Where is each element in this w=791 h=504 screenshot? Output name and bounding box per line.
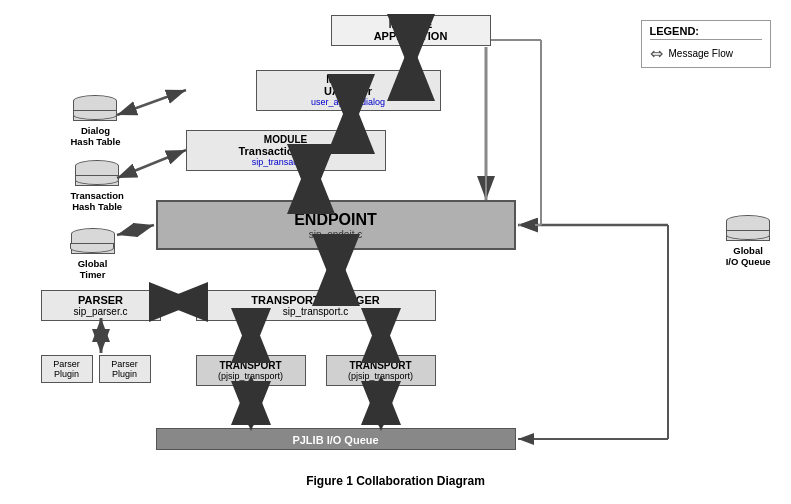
svg-line-18 bbox=[117, 225, 154, 235]
parser-label: PARSER bbox=[45, 294, 157, 306]
page: LEGEND: ⇔ Message Flow MODULE APPLICATIO… bbox=[0, 0, 791, 504]
parser-plugin-1: ParserPlugin bbox=[41, 355, 93, 383]
legend-message-flow-label: Message Flow bbox=[669, 48, 733, 59]
cyl-body bbox=[71, 234, 115, 254]
svg-line-16 bbox=[117, 90, 186, 115]
parser-plugin-2: ParserPlugin bbox=[99, 355, 151, 383]
ua-layer-name: UA Layer bbox=[263, 85, 434, 97]
dialog-hash-table-label: Dialog Hash Table bbox=[71, 125, 121, 147]
application-module-label: MODULE bbox=[338, 19, 484, 30]
cyl-bottom-arc bbox=[75, 175, 119, 185]
transport-2-label: TRANSPORT bbox=[331, 360, 431, 371]
global-timer-label: Global Timer bbox=[78, 258, 108, 280]
transport-1-label: TRANSPORT bbox=[201, 360, 301, 371]
application-module-name: APPLICATION bbox=[338, 30, 484, 42]
global-io-queue-cylinder: Global I/O Queue bbox=[726, 215, 771, 267]
transaction-hash-table-cylinder: Transaction Hash Table bbox=[71, 160, 124, 212]
figure-caption: Figure 1 Collaboration Diagram bbox=[10, 474, 781, 488]
global-timer-cylinder: Global Timer bbox=[71, 228, 115, 280]
transport-manager-box: TRANSPORT MANAGER sip_transport.c bbox=[196, 290, 436, 321]
transport-1-sub: (pjsip_transport) bbox=[201, 371, 301, 381]
pjlib-io-queue-bar: PJLIB I/O Queue bbox=[156, 428, 516, 450]
transport-box-1: TRANSPORT (pjsip_transport) bbox=[196, 355, 306, 386]
transaction-layer-name: Transaction Layer bbox=[193, 145, 379, 157]
cyl-body bbox=[726, 221, 770, 241]
diagram-area: LEGEND: ⇔ Message Flow MODULE APPLICATIO… bbox=[11, 10, 781, 470]
cyl-body bbox=[75, 166, 119, 186]
cyl-body bbox=[73, 101, 117, 121]
transport-manager-sub: sip_transport.c bbox=[200, 306, 432, 317]
transport-manager-label: TRANSPORT MANAGER bbox=[200, 294, 432, 306]
transport-2-sub: (pjsip_transport) bbox=[331, 371, 431, 381]
global-io-queue-label: Global I/O Queue bbox=[726, 245, 771, 267]
pjlib-label: PJLIB I/O Queue bbox=[292, 434, 378, 446]
legend-arrow-icon: ⇔ bbox=[650, 44, 663, 63]
endpoint-sub: sip_endoit.c bbox=[158, 229, 514, 240]
transaction-layer-label: MODULE bbox=[193, 134, 379, 145]
transaction-layer-module: MODULE Transaction Layer sip_transaction… bbox=[186, 130, 386, 171]
transaction-hash-table-label: Transaction Hash Table bbox=[71, 190, 124, 212]
svg-line-17 bbox=[117, 150, 186, 178]
cyl-bottom-arc bbox=[726, 230, 770, 240]
parser-sub: sip_parser.c bbox=[45, 306, 157, 317]
transaction-layer-sub: sip_transaction.c bbox=[193, 157, 379, 167]
parser-box: PARSER sip_parser.c bbox=[41, 290, 161, 321]
legend-box: LEGEND: ⇔ Message Flow bbox=[641, 20, 771, 68]
cyl-bottom-arc bbox=[70, 243, 114, 253]
endpoint-box: ENDPOINT sip_endoit.c bbox=[156, 200, 516, 250]
ua-layer-sub: user_agent, dialog bbox=[263, 97, 434, 107]
legend-item-message-flow: ⇔ Message Flow bbox=[650, 44, 762, 63]
parser-plugin-area: ParserPlugin ParserPlugin bbox=[41, 355, 151, 383]
legend-title: LEGEND: bbox=[650, 25, 762, 40]
endpoint-title: ENDPOINT bbox=[158, 211, 514, 229]
cyl-bottom-arc bbox=[73, 110, 117, 120]
dialog-hash-table-cylinder: Dialog Hash Table bbox=[71, 95, 121, 147]
ua-layer-label: MODULE bbox=[263, 74, 434, 85]
ua-layer-module: MODULE UA Layer user_agent, dialog bbox=[256, 70, 441, 111]
application-module: MODULE APPLICATION bbox=[331, 15, 491, 46]
transport-box-2: TRANSPORT (pjsip_transport) bbox=[326, 355, 436, 386]
